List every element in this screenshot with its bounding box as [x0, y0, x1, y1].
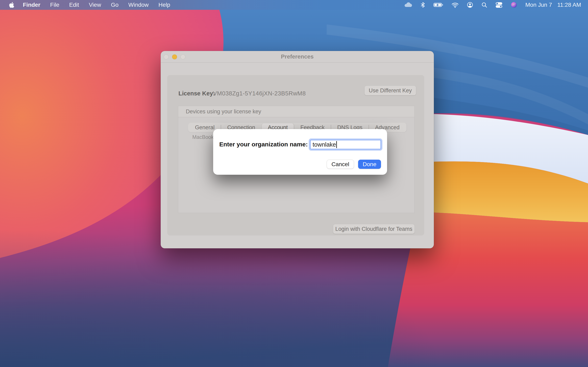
- status-area: Mon Jun 7 11:28 AM: [404, 2, 588, 8]
- time-label: 11:28 AM: [557, 2, 581, 8]
- menu-item-finder[interactable]: Finder: [18, 2, 45, 8]
- menu-bar-left: Finder File Edit View Go Window Help: [0, 2, 175, 8]
- menu-item-window[interactable]: Window: [123, 2, 154, 8]
- zoom-button[interactable]: [181, 54, 185, 59]
- close-button[interactable]: [164, 54, 169, 59]
- use-different-key-button[interactable]: Use Different Key: [364, 86, 416, 95]
- apple-menu[interactable]: [8, 2, 18, 8]
- desktop: Finder File Edit View Go Window Help: [0, 0, 588, 367]
- bluetooth-icon[interactable]: [420, 2, 425, 8]
- done-button[interactable]: Done: [358, 160, 381, 169]
- license-key-value: VM038Zg1-5Y146jXN-23B5RwM8: [213, 90, 306, 97]
- traffic-lights: [164, 51, 185, 63]
- organization-name-dialog: Enter your organization name: townlake C…: [213, 129, 387, 175]
- siri-icon[interactable]: [511, 2, 517, 8]
- cloudflare-icon[interactable]: [404, 2, 412, 8]
- dialog-prompt: Enter your organization name:: [219, 141, 308, 148]
- menu-bar: Finder File Edit View Go Window Help: [0, 0, 588, 10]
- cancel-button[interactable]: Cancel: [327, 160, 354, 169]
- title-bar[interactable]: Preferences: [161, 51, 434, 63]
- user-icon[interactable]: [467, 2, 473, 8]
- input-value: townlake: [312, 141, 336, 148]
- battery-icon[interactable]: [433, 2, 443, 8]
- menu-item-go[interactable]: Go: [106, 2, 123, 8]
- search-icon[interactable]: [481, 2, 487, 8]
- text-caret: [336, 141, 337, 148]
- minimize-button[interactable]: [172, 54, 177, 59]
- login-cloudflare-teams-button[interactable]: Login with Cloudflare for Teams: [333, 224, 415, 234]
- window-title: Preferences: [281, 53, 314, 60]
- license-key-label: License Key:: [178, 90, 215, 97]
- devices-table-header: Devices using your license key: [178, 106, 415, 117]
- menu-item-view[interactable]: View: [84, 2, 106, 8]
- wifi-icon[interactable]: [451, 2, 459, 8]
- menu-item-file[interactable]: File: [45, 2, 64, 8]
- license-row: License Key: VM038Zg1-5Y146jXN-23B5RwM8 …: [167, 87, 424, 101]
- menu-item-edit[interactable]: Edit: [64, 2, 84, 8]
- control-center-icon[interactable]: [495, 2, 502, 8]
- menu-bar-clock[interactable]: Mon Jun 7 11:28 AM: [525, 2, 581, 8]
- organization-name-input[interactable]: townlake: [310, 140, 381, 149]
- menu-item-help[interactable]: Help: [154, 2, 175, 8]
- date-label: Mon Jun 7: [525, 2, 552, 8]
- apple-logo-icon: [9, 2, 14, 8]
